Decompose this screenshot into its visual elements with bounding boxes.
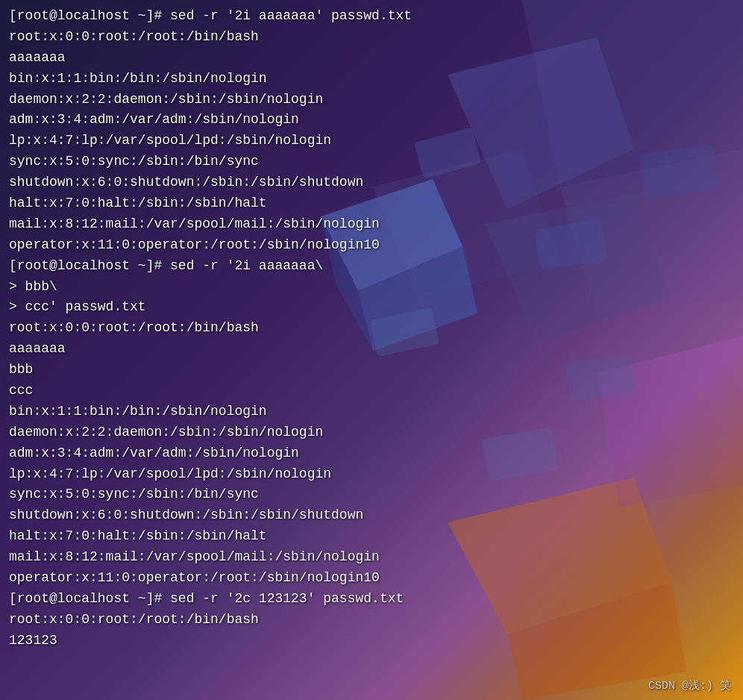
terminal-line: adm:x:3:4:adm:/var/adm:/sbin/nologin (9, 112, 299, 127)
terminal-line: [root@localhost ~]# sed -r '2i aaaaaaa\ (9, 258, 323, 273)
terminal-line: 123123 (9, 633, 57, 648)
terminal-line: adm:x:3:4:adm:/var/adm:/sbin/nologin (9, 446, 299, 460)
terminal-line: halt:x:7:0:halt:/sbin:/sbin/halt (9, 528, 267, 543)
terminal-line: sync:x:5:0:sync:/sbin:/bin/sync (9, 487, 259, 501)
terminal-line: lp:x:4:7:lp:/var/spool/lpd:/sbin/nologin (9, 133, 331, 148)
terminal-line: bin:x:1:1:bin:/bin:/sbin/nologin (9, 71, 267, 86)
terminal-line: aaaaaaa (9, 50, 66, 65)
terminal-line: [root@localhost ~]# sed -r '2i aaaaaaa' … (9, 8, 412, 23)
terminal-line: ccc (9, 383, 33, 398)
terminal-line: [root@localhost ~]# sed -r '2c 123123' p… (9, 591, 404, 606)
watermark: CSDN @浅:) 笑 (648, 678, 731, 693)
terminal-line: daemon:x:2:2:daemon:/sbin:/sbin/nologin (9, 425, 323, 440)
terminal-line: daemon:x:2:2:daemon:/sbin:/sbin/nologin (9, 92, 323, 107)
terminal-line: > ccc' passwd.txt (9, 299, 146, 314)
terminal-line: mail:x:8:12:mail:/var/spool/mail:/sbin/n… (9, 549, 380, 564)
terminal-line: halt:x:7:0:halt:/sbin:/sbin/halt (9, 196, 267, 210)
terminal-content: [root@localhost ~]# sed -r '2i aaaaaaa' … (9, 6, 734, 651)
terminal-line: mail:x:8:12:mail:/var/spool/mail:/sbin/n… (9, 216, 380, 231)
terminal-line: bbb (9, 362, 33, 377)
terminal-line: bin:x:1:1:bin:/bin:/sbin/nologin (9, 404, 267, 419)
terminal-line: root:x:0:0:root:/root:/bin/bash (9, 29, 259, 44)
terminal-line: root:x:0:0:root:/root:/bin/bash (9, 320, 259, 335)
terminal-line: > bbb\ (9, 279, 57, 294)
terminal-line: root:x:0:0:root:/root:/bin/bash (9, 612, 259, 627)
terminal-line: sync:x:5:0:sync:/sbin:/bin/sync (9, 154, 259, 169)
terminal-line: shutdown:x:6:0:shutdown:/sbin:/sbin/shut… (9, 507, 363, 522)
terminal-line: lp:x:4:7:lp:/var/spool/lpd:/sbin/nologin (9, 466, 331, 481)
terminal-line: operator:x:11:0:operator:/root:/sbin/nol… (9, 237, 380, 252)
terminal-line: shutdown:x:6:0:shutdown:/sbin:/sbin/shut… (9, 175, 363, 190)
terminal-overlay: [root@localhost ~]# sed -r '2i aaaaaaa' … (0, 0, 743, 700)
terminal-line: operator:x:11:0:operator:/root:/sbin/nol… (9, 570, 380, 585)
terminal-line: aaaaaaa (9, 341, 66, 356)
